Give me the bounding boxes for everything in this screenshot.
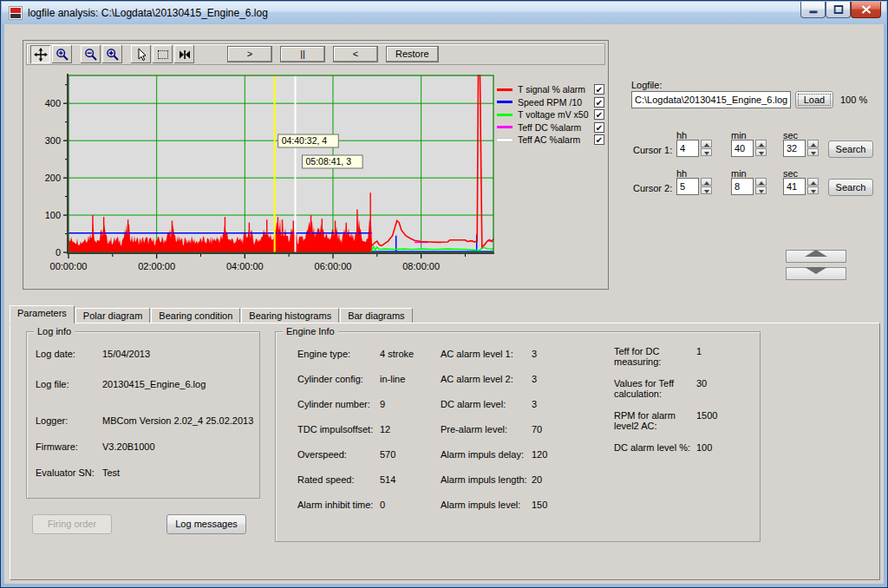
- logfile-path-input[interactable]: C:\Logdata\20130415_Engine_6.log: [631, 91, 791, 108]
- alarm-impuls-length-label: Alarm impuls length:: [441, 474, 527, 485]
- cursor1-sec-input[interactable]: 32: [783, 140, 806, 157]
- svg-text:08:00:00: 08:00:00: [402, 261, 440, 271]
- restore-button[interactable]: Restore: [386, 46, 439, 62]
- cursor-arrow-icon: [134, 48, 148, 62]
- zoom-out-button[interactable]: [81, 45, 101, 63]
- zoom-out-icon: [84, 48, 98, 62]
- cylinder-config-value: in-line: [380, 374, 405, 384]
- legend-checkbox[interactable]: ✔: [594, 122, 604, 133]
- minimize-icon: [808, 6, 818, 14]
- pan-tool-button[interactable]: [30, 45, 50, 63]
- legend-checkbox[interactable]: ✔: [594, 109, 604, 120]
- dc-alarm-level-pct-label: DC alarm level %:: [614, 442, 690, 453]
- cylinder-number-value: 9: [380, 399, 385, 409]
- tab-strip: Parameters Polar diagram Bearing conditi…: [10, 306, 414, 323]
- legend-item: T signal % alarm ✔: [497, 83, 604, 96]
- cursor1-sec-spinner[interactable]: [807, 140, 819, 157]
- legend-color-swatch: [497, 126, 513, 128]
- legend-checkbox[interactable]: ✔: [594, 134, 604, 145]
- firing-order-button: Firing order: [32, 514, 112, 534]
- pre-alarm-level-value: 70: [532, 424, 542, 434]
- chart-legend: T signal % alarm ✔ Speed RPM /10 ✔ T vol…: [497, 83, 604, 147]
- ac-alarm-level2-value: 3: [532, 374, 537, 384]
- cursor1-hh-spinner[interactable]: [701, 140, 712, 157]
- cursor1-search-button[interactable]: Search: [828, 140, 873, 158]
- legend-label: T voltage mV x50: [518, 109, 594, 120]
- log-info-title: Log info: [34, 326, 75, 336]
- svg-text:200: 200: [45, 173, 61, 183]
- cursor2-min-input[interactable]: 8: [731, 178, 754, 195]
- cursor2-sec-spinner[interactable]: [807, 178, 819, 195]
- dc-alarm-level-value: 3: [532, 399, 537, 409]
- scroll-down-button[interactable]: [786, 267, 846, 280]
- load-button[interactable]: Load: [795, 91, 833, 108]
- data-cursor-button[interactable]: [174, 45, 194, 63]
- log-messages-button[interactable]: Log messages: [166, 514, 246, 534]
- log-chart[interactable]: 010020030040000:00:0002:00:0004:00:0006:…: [23, 65, 514, 289]
- engine-info-groupbox: Engine Info Engine type: 4 stroke Cylind…: [275, 331, 761, 542]
- tab-polar-diagram[interactable]: Polar diagram: [75, 308, 150, 323]
- legend-checkbox[interactable]: ✔: [594, 84, 604, 95]
- zoom-dynamic-button[interactable]: [52, 45, 72, 63]
- scroll-up-button[interactable]: [786, 250, 846, 263]
- client-area: > || < Restore 010020030040000:00:0002:0…: [4, 24, 884, 584]
- log-file-label: Log file:: [36, 379, 69, 389]
- engine-type-label: Engine type:: [297, 349, 350, 359]
- window-minimize-button[interactable]: [800, 2, 826, 18]
- svg-text:300: 300: [45, 135, 61, 146]
- svg-text:100: 100: [45, 210, 61, 220]
- alarm-inhibit-time-value: 0: [380, 500, 385, 510]
- cursor2-hh-input[interactable]: 5: [676, 178, 699, 195]
- svg-text:02:00:00: 02:00:00: [138, 261, 175, 271]
- overspeed-value: 570: [380, 449, 395, 460]
- legend-item: Teff DC %alarm ✔: [497, 121, 604, 134]
- legend-color-swatch: [497, 88, 513, 91]
- parameters-tab-panel: Log info Log date: 15/04/2013 Log file: …: [10, 323, 880, 580]
- play-back-button[interactable]: <: [333, 46, 378, 62]
- ac-alarm-level2-label: AC alarm level 2:: [441, 374, 513, 384]
- legend-color-swatch: [497, 114, 513, 116]
- zoom-box-button[interactable]: [153, 45, 173, 63]
- rpm-for-alarm-level2-label: RPM for alarm level2 AC:: [614, 410, 676, 431]
- log-file-value: 20130415_Engine_6.log: [102, 379, 206, 389]
- down-triangle-icon: [805, 267, 827, 274]
- cursor2-sec-input[interactable]: 41: [783, 178, 806, 195]
- cursor1-min-input[interactable]: 40: [731, 140, 754, 157]
- cursor1-hh-input[interactable]: 4: [676, 140, 699, 157]
- log-date-label: Log date:: [36, 349, 75, 359]
- play-forward-button[interactable]: >: [227, 46, 272, 62]
- zoom-dynamic-icon: [56, 48, 69, 62]
- legend-item: T voltage mV x50 ✔: [497, 108, 604, 121]
- app-window: logfile analysis: C:\Logdata\20130415_En…: [0, 0, 888, 588]
- legend-label: Speed RPM /10: [518, 97, 594, 108]
- tab-bearing-condition[interactable]: Bearing condition: [151, 308, 240, 323]
- svg-text:05:08:41, 3: 05:08:41, 3: [306, 156, 352, 167]
- tab-parameters[interactable]: Parameters: [10, 305, 75, 323]
- load-percent: 100 %: [840, 95, 867, 105]
- legend-color-swatch: [497, 139, 513, 141]
- tab-bearing-histograms[interactable]: Bearing histograms: [241, 308, 339, 323]
- pause-button[interactable]: ||: [280, 46, 325, 62]
- title-bar[interactable]: logfile analysis: C:\Logdata\20130415_En…: [2, 2, 886, 24]
- tab-bar-diagrams[interactable]: Bar diagrams: [340, 308, 412, 323]
- alarm-inhibit-time-label: Alarm inhibit time:: [297, 500, 373, 510]
- window-maximize-button[interactable]: [826, 2, 851, 18]
- logger-label: Logger:: [36, 415, 68, 426]
- cursor2-hh-spinner[interactable]: [701, 178, 712, 195]
- cursor1-label: Cursor 1:: [633, 145, 672, 155]
- select-cursor-button[interactable]: [131, 45, 151, 63]
- legend-checkbox[interactable]: ✔: [594, 97, 604, 108]
- rated-speed-label: Rated speed:: [297, 474, 354, 485]
- zoom-in-icon: [106, 48, 120, 62]
- alarm-impuls-delay-label: Alarm impuls delay:: [441, 449, 524, 460]
- legend-item: Speed RPM /10 ✔: [497, 96, 604, 109]
- cursor2-label: Cursor 2:: [633, 183, 672, 193]
- pan-icon: [34, 48, 48, 62]
- cursor2-min-spinner[interactable]: [755, 178, 767, 195]
- zoom-in-button[interactable]: [102, 45, 122, 63]
- cursor2-search-button[interactable]: Search: [828, 179, 873, 196]
- cursor1-min-spinner[interactable]: [755, 140, 767, 157]
- legend-label: Teff DC %alarm: [518, 122, 594, 133]
- window-close-button[interactable]: [851, 2, 881, 18]
- svg-text:400: 400: [45, 98, 61, 108]
